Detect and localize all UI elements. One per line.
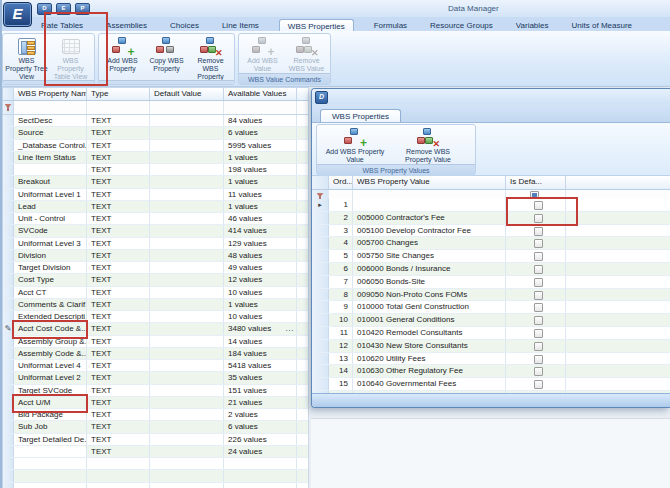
- value-row[interactable]: 10010001 General Conditions: [312, 314, 670, 327]
- is-default-checkbox[interactable]: [534, 201, 543, 210]
- cell-available-values[interactable]: 12 values: [224, 274, 297, 285]
- cell-default-value[interactable]: [150, 421, 224, 432]
- column-header-is-default[interactable]: Is Defa...: [506, 176, 566, 189]
- remove-wbs-property-value-button[interactable]: ✕Remove WBS Property Value: [392, 126, 464, 164]
- cell-default-value[interactable]: [150, 372, 224, 383]
- cell-wbs-property-name[interactable]: Bid Package: [14, 409, 87, 420]
- cell-type[interactable]: TEXT: [87, 127, 150, 138]
- is-default-checkbox[interactable]: [534, 316, 543, 325]
- cell-available-values[interactable]: 6 values: [224, 421, 297, 432]
- cell-type[interactable]: TEXT: [87, 213, 150, 224]
- cell-ord[interactable]: 1: [329, 199, 353, 211]
- table-row[interactable]: Assembly Code &...TEXT184 values: [3, 348, 308, 360]
- value-row[interactable]: 9010000 Total Genl Construction: [312, 301, 670, 314]
- table-row[interactable]: Uniformat Level 1TEXT11 values: [3, 189, 308, 201]
- cell-available-values[interactable]: 21 values: [224, 397, 297, 408]
- value-row[interactable]: 12010430 New Store Consultants: [312, 340, 670, 353]
- cell-type[interactable]: TEXT: [87, 323, 150, 334]
- cell-wbs-property-value[interactable]: 010001 General Conditions: [353, 314, 506, 326]
- cell-ord[interactable]: 9: [329, 301, 353, 313]
- tab-assemblies[interactable]: Assemblies: [103, 19, 150, 31]
- filter-cell-values[interactable]: [224, 101, 297, 114]
- cell-default-value[interactable]: [150, 262, 224, 273]
- column-header-wbs-property-name[interactable]: WBS Property Name: [14, 88, 87, 100]
- cell-wbs-property-value[interactable]: 005100 Develop Contractor Fee: [353, 225, 506, 237]
- cell-wbs-property-name[interactable]: Acct Cost Code &...: [14, 323, 87, 334]
- cell-available-values[interactable]: 10 values: [224, 311, 297, 322]
- cell-wbs-property-value[interactable]: 005000 Contractor's Fee: [353, 212, 506, 224]
- cell-wbs-property-value[interactable]: 006050 Bonds-Site: [353, 276, 506, 288]
- cell-type[interactable]: TEXT: [87, 225, 150, 236]
- table-row[interactable]: SourceTEXT6 values: [3, 127, 308, 139]
- tab-line-items[interactable]: Line Items: [219, 19, 262, 31]
- cell-wbs-property-name[interactable]: Uniformat Level 1: [14, 189, 87, 200]
- table-row[interactable]: TEXT198 values: [3, 164, 308, 176]
- table-row[interactable]: Unit - ControlTEXT46 values: [3, 213, 308, 225]
- cell-wbs-property-value[interactable]: 010000 Total Genl Construction: [353, 301, 506, 313]
- tab-rate-tables[interactable]: Rate Tables: [38, 19, 86, 31]
- cell-wbs-property-name[interactable]: Acct CT: [14, 287, 87, 298]
- cell-available-values[interactable]: 184 values: [224, 348, 297, 359]
- table-row[interactable]: Uniformat Level 3TEXT129 values: [3, 238, 308, 250]
- cell-default-value[interactable]: [150, 446, 224, 457]
- cell-type[interactable]: TEXT: [87, 164, 150, 175]
- cell-wbs-property-value[interactable]: 005750 Site Changes: [353, 250, 506, 262]
- cell-type[interactable]: TEXT: [87, 201, 150, 212]
- cell-available-values[interactable]: 46 values: [224, 213, 297, 224]
- table-row[interactable]: Acct U/MTEXT21 values: [3, 397, 308, 409]
- cell-available-values[interactable]: 24 values: [224, 446, 297, 457]
- cell-available-values[interactable]: 48 values: [224, 250, 297, 261]
- cell-default-value[interactable]: [150, 213, 224, 224]
- is-default-checkbox[interactable]: [534, 239, 543, 248]
- value-row[interactable]: 14010630 Other Regulatory Fee: [312, 365, 670, 378]
- cell-wbs-property-value[interactable]: 010640 Governmental Fees: [353, 378, 506, 390]
- cell-ord[interactable]: 6: [329, 263, 353, 275]
- cell-wbs-property-name[interactable]: _Database Control...: [14, 140, 87, 151]
- cell-wbs-property-name[interactable]: SVCode: [14, 225, 87, 236]
- is-default-checkbox[interactable]: [534, 355, 543, 364]
- cell-available-values[interactable]: 84 values: [224, 115, 297, 126]
- tab-units-of-measure[interactable]: Units of Measure: [569, 19, 635, 31]
- tab-variables[interactable]: Variables: [513, 19, 552, 31]
- filter-cell-type[interactable]: [87, 101, 150, 114]
- is-default-checkbox[interactable]: [534, 291, 543, 300]
- cell-default-value[interactable]: [150, 336, 224, 347]
- is-default-checkbox[interactable]: [534, 265, 543, 274]
- table-row[interactable]: LeadTEXT1 values: [3, 201, 308, 213]
- cell-type[interactable]: TEXT: [87, 421, 150, 432]
- cell-available-values[interactable]: 226 values: [224, 434, 297, 445]
- cell-available-values[interactable]: 49 values: [224, 262, 297, 273]
- cell-wbs-property-name[interactable]: Line Item Status: [14, 152, 87, 163]
- value-row[interactable]: 6006000 Bonds / Insurance: [312, 263, 670, 276]
- is-default-checkbox[interactable]: [534, 367, 543, 376]
- cell-wbs-property-name[interactable]: Assembly Group &...: [14, 336, 87, 347]
- cell-wbs-property-name[interactable]: Unit - Control: [14, 213, 87, 224]
- cell-wbs-property-name[interactable]: SectDesc: [14, 115, 87, 126]
- cell-wbs-property-name[interactable]: Acct U/M: [14, 397, 87, 408]
- popup-caption-bar[interactable]: D: [312, 89, 670, 104]
- cell-default-value[interactable]: [150, 250, 224, 261]
- cell-wbs-property-value[interactable]: 010420 Remodel Consultants: [353, 327, 506, 339]
- cell-type[interactable]: TEXT: [87, 372, 150, 383]
- cell-type[interactable]: TEXT: [87, 189, 150, 200]
- copy-wbs-property-button[interactable]: Copy WBS Property: [145, 35, 188, 80]
- qat-button-p[interactable]: P: [75, 3, 90, 15]
- cell-default-value[interactable]: [150, 323, 224, 334]
- cell-wbs-property-name[interactable]: Comments & Clarif...: [14, 299, 87, 310]
- cell-ord[interactable]: 13: [329, 353, 353, 365]
- cell-ord[interactable]: 12: [329, 340, 353, 352]
- cell-wbs-property-name[interactable]: Extended Descripti...: [14, 311, 87, 322]
- cell-wbs-property-name[interactable]: Source: [14, 127, 87, 138]
- cell-available-values[interactable]: 35 values: [224, 372, 297, 383]
- cell-available-values[interactable]: 11 values: [224, 189, 297, 200]
- cell-default-value[interactable]: [150, 238, 224, 249]
- table-row[interactable]: Acct CTTEXT10 values: [3, 287, 308, 299]
- cell-ord[interactable]: 11: [329, 327, 353, 339]
- column-header-default-value[interactable]: Default Value: [150, 88, 224, 100]
- cell-type[interactable]: TEXT: [87, 176, 150, 187]
- cell-wbs-property-name[interactable]: Cost Type: [14, 274, 87, 285]
- is-default-checkbox[interactable]: [534, 303, 543, 312]
- cell-ord[interactable]: 2: [329, 212, 353, 224]
- cell-default-value[interactable]: [150, 152, 224, 163]
- value-row[interactable]: 11010420 Remodel Consultants: [312, 327, 670, 340]
